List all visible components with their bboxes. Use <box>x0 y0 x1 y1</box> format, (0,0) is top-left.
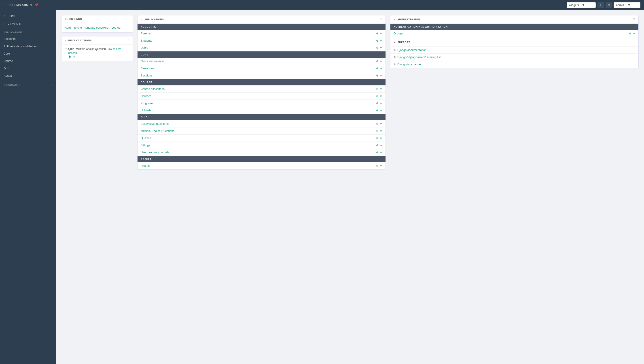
add-groups-icon[interactable]: ⊕ <box>629 32 632 35</box>
grid-icon[interactable]: ⠿ <box>380 18 382 21</box>
add-parents-icon[interactable]: ⊕ <box>376 32 378 35</box>
django-docs-link[interactable]: Django documentation <box>397 48 426 52</box>
course-alloc-link[interactable]: Course allocations <box>141 87 164 90</box>
add-essay-icon[interactable]: ⊕ <box>376 122 378 126</box>
recent-actions-header: ▲ RECENT ACTIONS ⠿ <box>62 36 132 45</box>
programs-actions: ⊕ ✏ <box>376 102 382 105</box>
left-panel: QUICK LINKS Return to site Change passwo… <box>61 15 133 61</box>
sidebar-core-label: Core <box>4 52 10 55</box>
refresh-button[interactable]: ↻ <box>606 2 612 8</box>
courses-actions: ⊕ ✏ <box>376 94 382 98</box>
edit-courses-icon[interactable]: ✏ <box>380 94 382 98</box>
edit-essay-icon[interactable]: ✏ <box>380 122 382 126</box>
admin-user-selector[interactable]: admin ▼ <box>614 2 640 8</box>
auth-admin-header: AUTHENTICATION AND AUTHORIZATION <box>390 24 638 30</box>
hamburger-icon[interactable]: ☰ <box>4 3 7 7</box>
collapse-icon[interactable]: ▲ <box>141 18 143 21</box>
recent-action-item: ✏ Quiz | Multiple Choice Question How ca… <box>62 45 132 61</box>
add-sittings-icon[interactable]: ⊕ <box>376 144 378 147</box>
widget-selector[interactable]: widgets ▼ <box>567 2 596 8</box>
app-row-uploads: Uploads ⊕ ✏ <box>138 107 386 114</box>
edit-parents-icon[interactable]: ✏ <box>380 32 382 35</box>
sidebar-item-home[interactable]: ○ HOME <box>0 12 56 20</box>
semesters-link[interactable]: Semesters <box>141 67 154 70</box>
add-users-icon[interactable]: ⊕ <box>376 46 378 50</box>
programs-link[interactable]: Programs <box>141 102 153 105</box>
groups-actions: ⊕ ✏ <box>629 32 635 35</box>
mcq-link[interactable]: Multiple Choice Questions <box>141 129 174 132</box>
add-quizzes-icon[interactable]: ⊕ <box>376 136 378 140</box>
students-link[interactable]: Students <box>141 39 152 42</box>
django-irc-link[interactable]: Django irc channel <box>397 62 422 66</box>
grid-icon[interactable]: ⠿ <box>127 39 130 42</box>
add-news-icon[interactable]: ⊕ <box>376 60 378 63</box>
sidebar-item-result[interactable]: Result › <box>0 72 56 79</box>
uploads-actions: ⊕ ✏ <box>376 109 382 112</box>
grid-icon[interactable]: ⠿ <box>633 40 635 44</box>
recent-action-meta: 👤 ⏱ <box>68 56 130 58</box>
add-uploads-icon[interactable]: ⊕ <box>376 109 378 112</box>
collapse-icon[interactable]: ▲ <box>394 41 396 44</box>
groups-link[interactable]: Groups <box>394 32 403 35</box>
add-programs-icon[interactable]: ⊕ <box>376 102 378 105</box>
user-progress-actions: ⊕ ✏ <box>376 151 382 154</box>
add-students-icon[interactable]: ⊕ <box>376 39 378 42</box>
add-courses-icon[interactable]: ⊕ <box>376 94 378 98</box>
add-user-progress-icon[interactable]: ⊕ <box>376 151 378 154</box>
home-icon: ○ <box>4 14 5 18</box>
add-course-alloc-icon[interactable]: ⊕ <box>376 87 378 90</box>
edit-course-alloc-icon[interactable]: ✏ <box>380 87 382 90</box>
sidebar-item-core[interactable]: Core › <box>0 50 56 57</box>
edit-mcq-icon[interactable]: ✏ <box>380 129 382 132</box>
add-mcq-icon[interactable]: ⊕ <box>376 129 378 132</box>
uploads-link[interactable]: Uploads <box>141 109 152 112</box>
log-out-link[interactable]: Log out <box>112 26 121 29</box>
time-icon: ⏱ <box>73 56 75 58</box>
results-link[interactable]: Results <box>141 164 150 168</box>
sidebar-item-quiz[interactable]: Quiz › <box>0 64 56 72</box>
add-sessions-icon[interactable]: ⊕ <box>376 74 378 77</box>
news-link[interactable]: News and eventss <box>141 60 164 63</box>
courses-link[interactable]: Courses <box>141 94 152 98</box>
edit-results-icon[interactable]: ✏ <box>380 164 382 168</box>
django-users-link[interactable]: Django "django-users" mailing list <box>397 56 441 59</box>
sittings-link[interactable]: Sittings <box>141 144 150 147</box>
sessions-link[interactable]: Sessions <box>141 74 152 77</box>
add-semesters-icon[interactable]: ⊕ <box>376 67 378 70</box>
collapse-icon[interactable]: ▲ <box>394 18 396 21</box>
applications-header: ▲ APPLICATIONS ⠿ <box>138 16 386 24</box>
edit-semesters-icon[interactable]: ✏ <box>380 67 382 70</box>
essay-link[interactable]: Essay style questions <box>141 122 168 126</box>
sidebar-item-accounts[interactable]: Accounts › <box>0 35 56 42</box>
sidebar-item-auth[interactable]: Authentication and Authoriz... › <box>0 42 56 50</box>
parents-link[interactable]: Parents <box>141 32 151 35</box>
sidebar-item-view-site[interactable]: □ VIEW SITE <box>0 20 56 28</box>
grid-icon[interactable]: ⠿ <box>633 18 635 21</box>
user-progress-link[interactable]: User progress records <box>141 151 170 154</box>
quick-links-label: QUICK LINKS <box>64 18 82 20</box>
edit-quizzes-icon[interactable]: ✏ <box>380 136 382 140</box>
administration-panel: ▲ ADMINISTRATION ⠿ AUTHENTICATION AND AU… <box>390 15 639 68</box>
edit-groups-icon[interactable]: ✏ <box>633 32 635 35</box>
collapse-icon[interactable]: ▲ <box>64 39 67 42</box>
edit-programs-icon[interactable]: ✏ <box>380 102 382 105</box>
quizzes-link[interactable]: Quizzes <box>141 136 151 140</box>
administration-title: ▲ ADMINISTRATION <box>394 18 420 21</box>
edit-user-progress-icon[interactable]: ✏ <box>380 151 382 154</box>
quick-links-title: QUICK LINKS <box>64 18 82 20</box>
add-widget-button[interactable]: + <box>598 2 604 8</box>
users-link[interactable]: Users <box>141 46 148 50</box>
edit-uploads-icon[interactable]: ✏ <box>380 109 382 112</box>
add-results-icon[interactable]: ⊕ <box>376 164 378 168</box>
change-password-link[interactable]: Change password <box>85 26 108 29</box>
app-row-quizzes: Quizzes ⊕ ✏ <box>138 134 386 142</box>
edit-news-icon[interactable]: ✏ <box>380 60 382 63</box>
edit-students-icon[interactable]: ✏ <box>380 39 382 42</box>
add-bookmark-button[interactable]: + <box>50 83 52 87</box>
sidebar-item-course[interactable]: Course › <box>0 57 56 64</box>
edit-users-icon[interactable]: ✏ <box>380 46 382 50</box>
edit-sessions-icon[interactable]: ✏ <box>380 74 382 77</box>
widget-label: widgets <box>569 3 580 7</box>
return-to-site-link[interactable]: Return to site <box>64 26 82 29</box>
edit-sittings-icon[interactable]: ✏ <box>380 144 382 147</box>
